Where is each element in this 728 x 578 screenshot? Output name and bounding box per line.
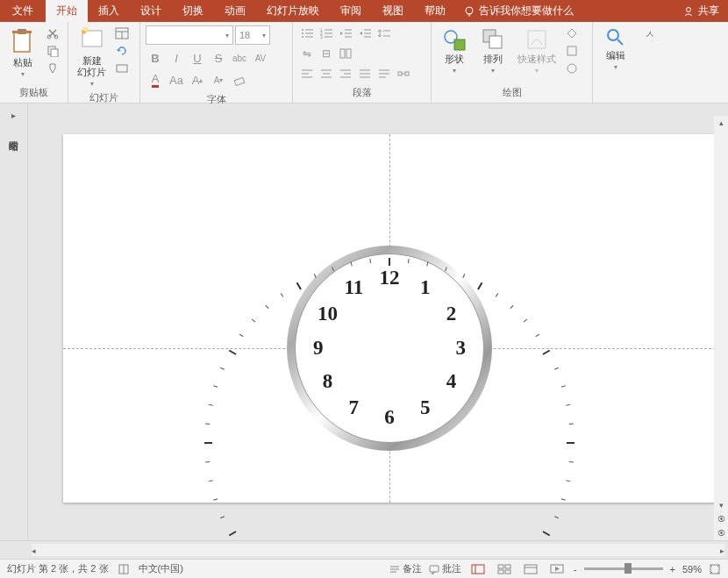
quick-styles-button[interactable]: 快速样式 ▾ <box>514 25 560 76</box>
zoom-slider[interactable] <box>584 567 663 570</box>
justify-button[interactable] <box>356 66 374 82</box>
copy-button[interactable] <box>44 43 61 59</box>
clock-tick <box>209 480 213 482</box>
clock-tick <box>205 423 210 425</box>
line-spacing-button[interactable] <box>375 25 393 41</box>
format-painter-button[interactable] <box>44 61 61 76</box>
clock-tick <box>265 304 268 308</box>
text-direction-button[interactable]: ⇋ <box>298 46 316 61</box>
tab-slideshow[interactable]: 幻灯片放映 <box>256 0 330 22</box>
scroll-up-button[interactable]: ▴ <box>714 116 728 130</box>
tab-transitions[interactable]: 切换 <box>172 0 214 22</box>
clock-tick <box>445 267 446 271</box>
tell-me-search[interactable]: 告诉我你想要做什么 <box>463 4 574 18</box>
columns-button[interactable] <box>337 46 354 61</box>
font-name-combo[interactable]: ▾ <box>146 25 233 45</box>
slideshow-view-button[interactable] <box>547 562 567 576</box>
tab-insert[interactable]: 插入 <box>88 0 130 22</box>
bullets-button[interactable] <box>298 25 316 41</box>
tab-home[interactable]: 开始 <box>46 0 88 22</box>
shape-effects-button[interactable] <box>563 61 581 76</box>
distribute-button[interactable] <box>375 66 393 82</box>
language-indicator[interactable]: 中文(中国) <box>139 562 183 575</box>
next-slide-button[interactable]: ⦿ <box>714 526 728 540</box>
zoom-thumb[interactable] <box>625 563 632 574</box>
convert-smartart-button[interactable] <box>395 66 412 82</box>
sorter-view-button[interactable] <box>495 562 514 576</box>
char-spacing-button[interactable]: AV <box>251 49 270 67</box>
numbering-button[interactable]: 123 <box>318 25 335 41</box>
decrease-indent-button[interactable] <box>337 25 354 41</box>
copy-icon <box>46 45 59 57</box>
font-color-button[interactable]: A <box>146 71 165 89</box>
zoom-out-button[interactable]: - <box>574 564 577 574</box>
tab-file[interactable]: 文件 <box>0 0 46 22</box>
bold-button[interactable]: B <box>146 49 165 67</box>
shapes-button[interactable]: 形状 ▾ <box>437 25 472 76</box>
svg-point-63 <box>608 30 618 40</box>
reset-button[interactable] <box>113 43 131 59</box>
horizontal-scrollbar[interactable]: ◂ ▸ <box>32 544 724 556</box>
normal-view-button[interactable] <box>468 562 488 576</box>
new-slide-button[interactable]: 新建 幻灯片 ▾ <box>74 25 110 89</box>
tab-animations[interactable]: 动画 <box>214 0 256 22</box>
share-button[interactable]: 共享 <box>682 4 719 18</box>
decrease-font-button[interactable]: A▾ <box>209 71 228 89</box>
notes-button[interactable]: 备注 <box>389 562 422 575</box>
clock-7: 7 <box>349 396 360 419</box>
shape-fill-button[interactable] <box>563 25 581 41</box>
increase-font-button[interactable]: A▴ <box>188 71 207 89</box>
align-left-button[interactable] <box>298 66 316 82</box>
slide-indicator[interactable]: 幻灯片 第 2 张，共 2 张 <box>7 562 109 575</box>
layout-button[interactable] <box>113 25 131 41</box>
strike-button[interactable]: S <box>209 49 228 67</box>
tab-design[interactable]: 设计 <box>130 0 172 22</box>
prev-slide-button[interactable]: ⦿ <box>714 512 728 526</box>
scroll-down-button[interactable]: ▾ <box>714 498 728 512</box>
shadow-button[interactable]: abc <box>230 49 249 67</box>
underline-button[interactable]: U <box>188 49 207 67</box>
editing-button[interactable]: 编辑 ▾ <box>598 25 633 73</box>
shape-outline-button[interactable] <box>563 43 581 59</box>
clock-image[interactable]: 12 1 2 3 4 5 6 7 8 9 10 11 <box>287 246 492 451</box>
svg-rect-70 <box>430 566 439 572</box>
cut-button[interactable] <box>44 25 61 41</box>
italic-button[interactable]: I <box>167 49 186 67</box>
tab-view[interactable]: 视图 <box>372 0 414 22</box>
thumbnail-panel: ▸ 缩略图 <box>0 103 28 540</box>
scroll-right-button[interactable]: ▸ <box>720 544 724 558</box>
section-button[interactable] <box>113 61 131 76</box>
vertical-scrollbar[interactable]: ▴ ▾ ⦿ ⦿ <box>714 116 728 540</box>
clear-format-button[interactable] <box>230 71 249 89</box>
shapes-label: 形状 <box>445 54 464 65</box>
clock-tick <box>332 267 333 271</box>
font-size-combo[interactable]: 18▾ <box>235 25 270 45</box>
tab-review[interactable]: 审阅 <box>330 0 372 22</box>
clock-tick <box>209 403 213 405</box>
align-right-button[interactable] <box>337 66 354 82</box>
zoom-level[interactable]: 59% <box>682 564 702 574</box>
arrange-button[interactable]: 排列 ▾ <box>475 25 510 76</box>
chevron-down-icon: ▾ <box>614 63 617 71</box>
collapse-ribbon-button[interactable]: ㅅ <box>639 22 661 103</box>
paste-button[interactable]: 粘贴 ▾ <box>5 25 40 80</box>
svg-rect-73 <box>498 565 503 568</box>
align-text-button[interactable]: ⊟ <box>318 46 335 61</box>
reading-view-button[interactable] <box>521 562 540 576</box>
spell-check-button[interactable] <box>118 563 130 575</box>
clock-tick <box>569 461 574 463</box>
slide-canvas[interactable]: 12 1 2 3 4 5 6 7 8 9 10 11 <box>63 134 716 503</box>
align-center-button[interactable] <box>318 66 335 82</box>
comments-button[interactable]: 批注 <box>429 562 461 575</box>
zoom-in-button[interactable]: + <box>670 564 675 574</box>
scroll-track[interactable] <box>714 130 728 498</box>
fit-to-window-button[interactable] <box>709 563 721 575</box>
chevron-down-icon: ▾ <box>21 70 25 78</box>
expand-thumbnails-button[interactable]: ▸ <box>11 111 16 120</box>
svg-rect-2 <box>14 32 30 52</box>
svg-rect-77 <box>525 565 537 574</box>
increase-indent-button[interactable] <box>356 25 374 41</box>
tab-help[interactable]: 帮助 <box>414 0 456 22</box>
quickstyles-icon <box>525 27 549 52</box>
change-case-button[interactable]: Aa <box>167 71 186 89</box>
